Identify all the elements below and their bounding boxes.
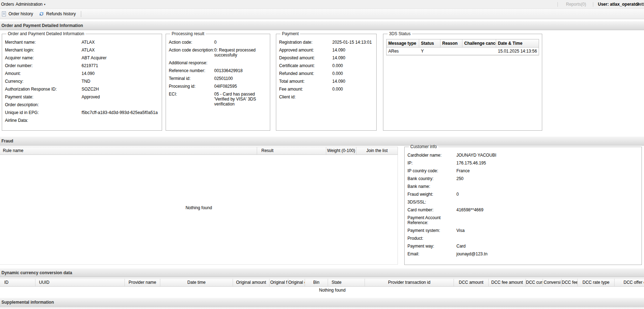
field-row: Approved amount: 14.090 [279, 48, 373, 53]
clipped-table-header-strip [0, 308, 644, 309]
refunds-history-button[interactable]: Refunds history [36, 10, 78, 18]
field-value: France [456, 168, 639, 173]
menu-item-administration[interactable]: Administration▾ [16, 0, 45, 9]
field-value: ATLAX [82, 48, 159, 53]
threeds-table-row: ARes Y 15.01.2025 14:13:56 [387, 48, 539, 55]
field-row: Currency: TND [5, 79, 159, 84]
customer-info-panel: Customer info Cardholder name: JOUNAYD Y… [404, 144, 642, 265]
field-row: Payment way: Card [407, 244, 639, 249]
field-label: Payment system: [407, 228, 456, 233]
field-value: 14.090 [82, 71, 159, 76]
menu-separator [557, 2, 558, 7]
field-value [82, 118, 159, 123]
threeds-table-cell: ARes [387, 48, 419, 55]
field-value: 02501100 [214, 76, 267, 81]
field-row: Order number: 6219771 [5, 63, 159, 68]
field-row: Card number: 416598**4669 [407, 207, 639, 212]
field-row: Terminal id: 02501100 [169, 76, 267, 81]
threeds-table-cell: Y [419, 48, 440, 55]
dcc-column-header: Conversi [543, 279, 562, 286]
field-label: Action code: [169, 40, 214, 45]
dcc-column-header: Original c [288, 279, 305, 286]
processing-result-legend: Processing result [170, 31, 206, 36]
field-label: Airline Data: [5, 118, 82, 123]
field-row: Client id: [279, 94, 373, 99]
dcc-column-header: DCC offer expiry [615, 279, 644, 286]
field-label: Merchant name: [5, 40, 82, 45]
field-row: Email: jounayd@123.tn [407, 251, 639, 256]
field-label: ECI: [169, 92, 214, 107]
field-row: Fee amount: 0.000 [279, 87, 373, 92]
threeds-status-panel: 3DS Status Message type Status Reason Ch… [383, 31, 542, 131]
toolbar: Order history Refunds history [0, 9, 644, 19]
section-header-supplemental: Supplemental information [0, 298, 644, 307]
threeds-column-header: Message type [387, 39, 419, 47]
field-row: IP: 176.175.46.195 [407, 161, 639, 166]
field-row: Merchant login: ATLAX [5, 48, 159, 53]
order-history-button[interactable]: Order history [0, 10, 36, 18]
field-label: Terminal id: [169, 76, 214, 81]
field-label: Payment state: [5, 94, 82, 99]
field-label: Approved amount: [279, 48, 332, 53]
field-label: Reference number: [169, 68, 214, 73]
fraud-empty-message: Nothing found [0, 205, 398, 210]
fraud-column-header: Join the list [356, 147, 398, 154]
menu-separator [593, 2, 593, 7]
field-row: Payment Account Reference: [407, 215, 639, 225]
toolbar-separator [81, 11, 81, 17]
field-value [456, 215, 639, 225]
field-value: jounayd@123.tn [456, 251, 639, 256]
field-label: Currency: [5, 79, 82, 84]
field-label: Deposited amount: [279, 55, 332, 60]
field-value: 0: Request processed successfully [214, 48, 267, 58]
field-label: Product: [407, 236, 456, 241]
field-value: 176.175.46.195 [456, 161, 639, 166]
field-row: Authorization Response ID: SOZC2H [5, 87, 159, 92]
dcc-column-header: DCC fee amount [489, 279, 526, 286]
field-label: Amount: [5, 71, 82, 76]
field-row: Payment state: Approved [5, 94, 159, 99]
field-label: Processing id: [169, 84, 214, 89]
threeds-status-legend: 3DS Status [388, 31, 412, 36]
field-label: Payment way: [407, 244, 456, 249]
field-label: Cardholder name: [407, 153, 456, 158]
payment-legend: Payment [281, 31, 300, 36]
field-value: 0 [456, 192, 639, 197]
fraud-table-body: Nothing found [0, 155, 398, 265]
field-value: 0.000 [332, 87, 373, 92]
field-row: Bank country: 250 [407, 176, 639, 181]
field-value [82, 102, 159, 107]
fraud-column-header: Result [257, 147, 326, 154]
field-value: ABT Acquirer [82, 55, 159, 60]
threeds-column-header: Status [419, 39, 440, 47]
field-value: Card [456, 244, 639, 249]
field-value: 14.090 [332, 48, 373, 53]
field-value: 0 [214, 40, 267, 45]
field-value: 0.000 [332, 71, 373, 76]
field-label: Bank country: [407, 176, 456, 181]
field-value: 05 - Card has passed 'Verified by VISA' … [214, 92, 267, 107]
document-icon [1, 11, 7, 17]
field-row: Certificate amount: 0.000 [279, 63, 373, 68]
menu-item-orders[interactable]: Orders [1, 0, 14, 9]
field-row: Additional response: [169, 60, 267, 65]
field-row: Unique id in EPG: f5bc7cff-a183-4d3d-993… [5, 110, 159, 115]
field-row: 3DS/SSL: [407, 200, 639, 205]
settings-link[interactable]: Settings [636, 0, 644, 9]
threeds-column-header: Challenge cancel [462, 39, 496, 47]
menu-administration-label: Administration [16, 2, 43, 7]
field-value: ATLAX [82, 40, 159, 45]
reports-link[interactable]: Reports(0) [566, 0, 586, 9]
field-row: Airline Data: [5, 118, 159, 123]
app-window: Orders Administration▾ Reports(0) User: … [0, 0, 644, 309]
field-row: Registration date: 2025-01-15 14:13:01 [279, 40, 373, 45]
field-value [214, 60, 267, 65]
field-row: Cardholder name: JOUNAYD YACOUBI [407, 153, 639, 158]
order-info-legend: Order and Payment Detailed Information [6, 31, 85, 36]
field-value: TND [82, 79, 159, 84]
field-value: 14.090 [332, 79, 373, 84]
field-row: Payment system: Visa [407, 228, 639, 233]
user-label: User: atlax_operator [598, 0, 639, 9]
dcc-column-header: DCC amount [454, 279, 489, 286]
field-value: 14.090 [332, 55, 373, 60]
